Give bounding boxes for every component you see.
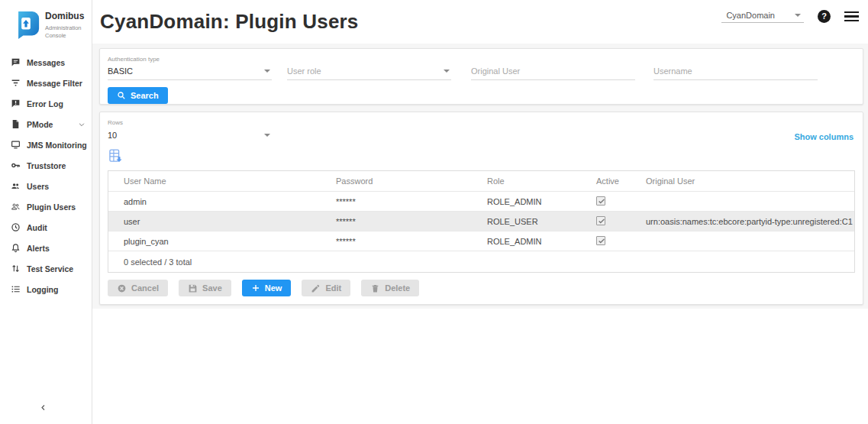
auth-type-label: Authentication type bbox=[108, 56, 272, 63]
domibus-logo-icon bbox=[12, 11, 40, 40]
sidebar-item-plugin-users[interactable]: Plugin Users bbox=[0, 196, 92, 217]
rows-label: Rows bbox=[108, 119, 272, 127]
export-csv-icon bbox=[108, 148, 123, 163]
sidebar: Domibus Administration Console Messages … bbox=[0, 0, 92, 424]
cell-active bbox=[581, 236, 631, 247]
username-field-wrap bbox=[653, 56, 818, 80]
plugin-users-icon bbox=[11, 202, 21, 212]
export-csv-button[interactable] bbox=[108, 148, 123, 163]
cell-original-user: urn:oasis:names:tc:ebcore:partyid-type:u… bbox=[631, 217, 854, 226]
original-user-input[interactable] bbox=[471, 63, 635, 80]
table-row[interactable]: plugin_cyan ****** ROLE_ADMIN bbox=[108, 231, 854, 251]
brand-name: Domibus bbox=[45, 11, 84, 22]
sidebar-item-label: Audit bbox=[27, 223, 47, 232]
sidebar-collapse-button[interactable] bbox=[40, 401, 47, 415]
top-bar: CyanDomain: Plugin Users CyanDomain ? bbox=[92, 0, 868, 44]
sidebar-item-jms-monitoring[interactable]: JMS Monitoring bbox=[0, 134, 92, 155]
audit-icon bbox=[11, 222, 21, 232]
sidebar-item-test-service[interactable]: Test Service bbox=[0, 258, 92, 279]
selection-summary: 0 selected / 3 total bbox=[108, 257, 192, 267]
table-footer: 0 selected / 3 total bbox=[108, 251, 854, 272]
help-glyph: ? bbox=[821, 11, 827, 21]
sidebar-item-truststore[interactable]: Truststore bbox=[0, 155, 92, 176]
sidebar-item-pmode[interactable]: PMode bbox=[0, 114, 92, 134]
logo-block[interactable]: Domibus Administration Console bbox=[0, 0, 92, 47]
col-header-original-user[interactable]: Original User bbox=[631, 176, 854, 186]
active-checkbox[interactable] bbox=[596, 216, 605, 225]
save-button[interactable]: Save bbox=[179, 280, 231, 296]
cell-user-name: plugin_cyan bbox=[108, 237, 321, 246]
plugin-users-panel: Rows 10 Show columns Us bbox=[99, 112, 863, 305]
save-label: Save bbox=[202, 283, 222, 293]
edit-label: Edit bbox=[325, 283, 341, 293]
delete-label: Delete bbox=[385, 283, 410, 293]
help-button[interactable]: ? bbox=[818, 10, 831, 23]
table-row[interactable]: user ****** ROLE_USER urn:oasis:names:tc… bbox=[108, 212, 854, 231]
chevron-down-icon bbox=[264, 70, 270, 73]
sidebar-item-logging[interactable]: Logging bbox=[0, 279, 92, 299]
chevron-down-icon[interactable] bbox=[78, 121, 86, 128]
sidebar-item-label: PMode bbox=[27, 120, 53, 129]
username-input[interactable] bbox=[653, 63, 818, 80]
chevron-down-icon bbox=[264, 134, 270, 137]
sidebar-item-message-filter[interactable]: Message Filter bbox=[0, 73, 92, 93]
save-icon bbox=[188, 283, 198, 293]
active-checkbox[interactable] bbox=[596, 196, 605, 206]
main-area: CyanDomain: Plugin Users CyanDomain ? Au… bbox=[92, 0, 868, 424]
users-icon bbox=[11, 181, 21, 191]
domain-selector-value: CyanDomain bbox=[726, 11, 775, 20]
brand-subtitle: Administration Console bbox=[45, 24, 84, 40]
col-header-active[interactable]: Active bbox=[581, 176, 631, 186]
search-button[interactable]: Search bbox=[108, 87, 168, 104]
show-columns-link[interactable]: Show columns bbox=[794, 132, 853, 141]
logo-text: Domibus Administration Console bbox=[45, 11, 84, 40]
cancel-button[interactable]: Cancel bbox=[108, 280, 168, 296]
jms-monitoring-icon bbox=[11, 140, 21, 150]
filter-panel: Authentication type BASIC User role bbox=[99, 48, 863, 105]
top-right-controls: CyanDomain ? bbox=[721, 9, 859, 23]
search-button-label: Search bbox=[131, 91, 159, 100]
cell-role: ROLE_USER bbox=[472, 217, 581, 226]
delete-button[interactable]: Delete bbox=[361, 280, 419, 296]
col-header-role[interactable]: Role bbox=[472, 176, 581, 186]
alerts-icon bbox=[11, 243, 21, 253]
sidebar-item-audit[interactable]: Audit bbox=[0, 217, 92, 238]
rows-per-page-select[interactable]: Rows 10 bbox=[108, 119, 272, 144]
table-header-row: User Name Password Role Active Original … bbox=[108, 171, 854, 192]
cell-user-name: user bbox=[108, 217, 321, 226]
sidebar-item-label: Users bbox=[27, 182, 49, 191]
domain-selector[interactable]: CyanDomain bbox=[721, 9, 804, 23]
chevron-down-icon bbox=[444, 70, 450, 73]
table-row[interactable]: admin ****** ROLE_ADMIN bbox=[108, 192, 854, 212]
col-header-password[interactable]: Password bbox=[321, 176, 472, 186]
edit-button[interactable]: Edit bbox=[302, 280, 350, 296]
message-filter-icon bbox=[11, 78, 21, 88]
check-icon bbox=[598, 217, 605, 225]
messages-icon bbox=[11, 57, 21, 67]
sidebar-item-error-log[interactable]: Error Log bbox=[0, 93, 92, 114]
pmode-icon bbox=[11, 119, 21, 129]
cell-password: ****** bbox=[321, 237, 472, 246]
active-checkbox[interactable] bbox=[596, 236, 605, 245]
col-header-user-name[interactable]: User Name bbox=[108, 176, 321, 186]
check-icon bbox=[598, 197, 605, 205]
user-role-select[interactable]: User role bbox=[287, 56, 451, 80]
search-icon bbox=[117, 91, 126, 100]
cell-active bbox=[581, 216, 631, 227]
plugin-users-table: User Name Password Role Active Original … bbox=[108, 170, 855, 273]
new-button[interactable]: New bbox=[242, 280, 292, 296]
chevron-left-icon bbox=[40, 403, 47, 412]
sidebar-item-alerts[interactable]: Alerts bbox=[0, 238, 92, 258]
rows-value: 10 bbox=[108, 131, 117, 140]
cell-active bbox=[581, 196, 631, 207]
cell-password: ****** bbox=[321, 217, 472, 226]
logging-icon bbox=[11, 284, 21, 294]
test-service-icon bbox=[11, 264, 21, 273]
truststore-icon bbox=[11, 160, 21, 170]
chevron-down-icon bbox=[795, 14, 801, 17]
sidebar-item-messages[interactable]: Messages bbox=[0, 52, 92, 73]
auth-type-select[interactable]: Authentication type BASIC bbox=[108, 56, 272, 80]
page-title: CyanDomain: Plugin Users bbox=[100, 10, 359, 34]
sidebar-item-users[interactable]: Users bbox=[0, 176, 92, 196]
hamburger-menu-icon[interactable] bbox=[844, 11, 859, 22]
